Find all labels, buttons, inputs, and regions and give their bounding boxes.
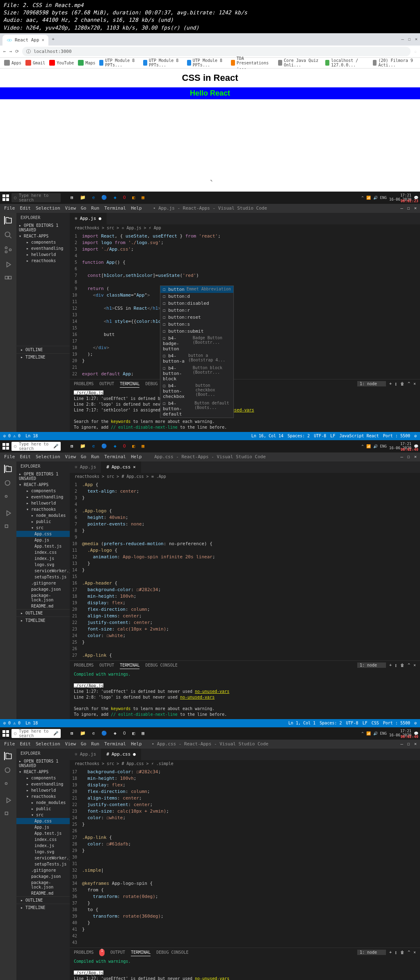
editor-tab[interactable]: # App.css ● (101, 749, 141, 760)
status-item[interactable]: LF (330, 434, 335, 438)
tree-item[interactable]: ▾ src (16, 812, 70, 818)
tree-item[interactable]: ▾ reacthooks (16, 793, 70, 800)
terminal[interactable]: ./src/App.js Line 1:27: 'useEffect' is d… (70, 388, 420, 432)
status-item[interactable]: JavaScript React (339, 434, 379, 438)
project-section[interactable]: ▾ REACT-APPS (16, 233, 70, 239)
menu-item[interactable]: Edit (20, 454, 31, 459)
maximize-icon[interactable]: ☐ (408, 37, 411, 42)
minimize-icon[interactable]: — (401, 37, 404, 42)
status-item[interactable]: Spaces: 2 (288, 434, 310, 438)
tree-item[interactable]: README.md (16, 603, 70, 609)
back-icon[interactable]: ← (3, 49, 6, 54)
code-editor[interactable]: 17 background-color: ☐#282c34;18 min-hei… (70, 767, 420, 948)
bookmark-item[interactable]: Maps (78, 60, 95, 66)
status-item[interactable]: ⊘ (414, 434, 417, 438)
tree-item[interactable]: setupTests.js (16, 574, 70, 580)
new-terminal-icon[interactable]: + (389, 381, 392, 386)
maximize-icon[interactable]: ☐ (407, 206, 410, 211)
tree-item[interactable]: README.md (16, 890, 70, 896)
menu-item[interactable]: File (4, 454, 15, 459)
menu-item[interactable]: Help (131, 741, 142, 747)
menu-item[interactable]: Help (131, 454, 142, 459)
search-icon[interactable] (4, 231, 12, 239)
tree-item[interactable]: setupTests.js (16, 861, 70, 867)
taskbar-search[interactable]: ○ Type here to search 🎤 (11, 729, 61, 738)
status-item[interactable]: LF (363, 721, 368, 725)
code-editor[interactable]: 1import React, { useState, useEffect } f… (70, 231, 420, 379)
close-panel-icon[interactable]: × (413, 381, 416, 386)
bookmark-item[interactable]: TDA Presentations -... (231, 56, 274, 70)
tree-item[interactable]: package.json (16, 586, 70, 592)
breadcrumb[interactable]: reacthooks > src > ⚛ App.js > ⚡ App (70, 224, 420, 231)
menu-item[interactable]: View (65, 206, 76, 211)
tree-item[interactable]: App.css (16, 531, 70, 537)
tree-folder[interactable]: ▸ helloworld (16, 251, 70, 258)
taskbar-search[interactable]: ○ Type here to search (11, 193, 61, 202)
tree-item[interactable]: ▸ components (16, 488, 70, 494)
code-editor[interactable]: 1.App {2 text-align: center;3}45.App-log… (70, 480, 420, 660)
status-item[interactable]: Ln 18 (25, 434, 38, 438)
debug-icon[interactable] (4, 260, 12, 269)
terminal-select[interactable]: 1: node (357, 381, 386, 386)
status-item[interactable]: Spaces: 2 (320, 721, 342, 725)
chrome-icon[interactable]: 🔵 (101, 443, 107, 449)
forward-icon[interactable]: → (9, 49, 12, 54)
tree-item[interactable]: App.test.js (16, 830, 70, 836)
menu-item[interactable]: Go (81, 454, 86, 459)
close-icon[interactable]: × (415, 37, 418, 42)
browser-tab[interactable]: React App × (2, 35, 48, 46)
menu-item[interactable]: Terminal (104, 454, 126, 459)
menu-item[interactable]: Help (131, 206, 142, 211)
menu-item[interactable]: File (4, 741, 15, 747)
explorer-icon[interactable] (4, 465, 12, 473)
tree-item[interactable]: ▸ components (16, 775, 70, 781)
volume-icon[interactable]: 🔊 (373, 196, 378, 200)
app-icon[interactable]: ◧ (132, 443, 135, 449)
editor-tab[interactable]: ⚛ App.js (70, 461, 101, 473)
extensions-icon[interactable] (4, 811, 12, 819)
status-item[interactable]: UTF-8 (346, 721, 358, 725)
menu-item[interactable]: Run (91, 454, 99, 459)
bookmark-item[interactable]: (20) Filmora 9 Acti... (373, 58, 416, 67)
tree-item[interactable]: serviceWorker.js (16, 568, 70, 574)
bookmark-item[interactable]: Core Java Quiz Onli... (278, 58, 321, 67)
menu-item[interactable]: Go (81, 741, 86, 747)
explorer-icon[interactable] (4, 216, 12, 224)
tree-item[interactable]: package-lock.json (16, 879, 70, 890)
close-icon[interactable]: × (414, 206, 417, 211)
tree-item[interactable]: ▸ public (16, 806, 70, 812)
tree-item[interactable]: serviceWorker.js (16, 855, 70, 861)
status-item[interactable]: Ln 16, Col 14 (251, 434, 283, 438)
vscode-icon[interactable]: ◆ (114, 443, 116, 449)
tree-item[interactable]: package.json (16, 873, 70, 879)
bookmark-item[interactable]: UTP Module 8 PPTs... (187, 58, 227, 67)
menu-item[interactable]: View (65, 741, 76, 747)
edge-icon[interactable]: e (92, 443, 95, 449)
menu-item[interactable]: File (4, 206, 15, 211)
new-tab-button[interactable]: + (48, 37, 58, 42)
tree-item[interactable]: index.css (16, 549, 70, 555)
chevron-up-icon[interactable]: ^ (408, 381, 410, 386)
chrome-icon[interactable]: 🔵 (101, 195, 107, 200)
task-view-icon[interactable]: ⊞ (71, 443, 73, 449)
menu-item[interactable]: Selection (36, 206, 60, 211)
tree-item[interactable]: ▸ helloworld (16, 787, 70, 793)
editor-tab[interactable]: # App.css × (101, 461, 141, 473)
app-icon-2[interactable]: ▦ (142, 443, 144, 449)
bookmark-item[interactable]: UTP Module 8 PPTs... (143, 58, 183, 67)
tree-folder[interactable]: ▸ reacthooks (16, 258, 70, 264)
url-field[interactable]: ⓘ localhost:3000 (22, 47, 411, 56)
tree-item[interactable]: App.js (16, 537, 70, 543)
vscode-icon[interactable]: ◆ (114, 195, 116, 200)
opera-icon[interactable]: O (123, 195, 126, 200)
tree-item[interactable]: ▸ eventhandling (16, 494, 70, 500)
bookmark-item[interactable]: Gmail (25, 60, 45, 66)
panel-tab[interactable]: PROBLEMS (74, 380, 94, 388)
debug-icon[interactable] (4, 796, 12, 804)
tree-item[interactable]: ▸ node_modules (16, 800, 70, 806)
tree-item[interactable]: App.test.js (16, 543, 70, 549)
tree-item[interactable]: ▸ helloworld (16, 500, 70, 506)
task-view-icon[interactable]: ⊞ (71, 195, 73, 200)
edge-icon[interactable]: e (92, 195, 95, 200)
menu-item[interactable]: Run (91, 741, 99, 747)
